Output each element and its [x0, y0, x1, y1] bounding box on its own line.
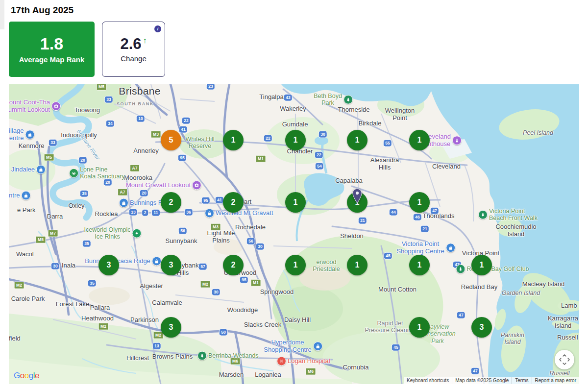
rank-marker-value: 1 [355, 261, 360, 269]
rank-marker-green-2[interactable]: 2 [223, 192, 244, 213]
terms-link[interactable]: Terms [512, 377, 531, 384]
map-label-karragarra-island: KarragarraIsland [548, 315, 578, 330]
road-shield-95: 95 [178, 154, 187, 162]
map[interactable]: BrisbaneSOUTH BANKToowongTingalpaWakerle… [9, 84, 579, 384]
google-logo-letter: g [29, 371, 33, 380]
rank-marker-green-1[interactable]: 1 [409, 130, 430, 150]
map-label-annerley: Annerley [133, 147, 158, 155]
map-label-e-park: e Park [17, 207, 36, 214]
road-shield-21: 21 [420, 225, 429, 233]
average-map-rank-value: 1.8 [40, 35, 63, 52]
road-shield-33: 33 [49, 139, 57, 146]
rank-marker-green-3[interactable]: 3 [161, 255, 181, 275]
rank-marker-green-1[interactable]: 1 [347, 130, 368, 150]
rank-marker-value: 2 [231, 198, 236, 207]
map-label-heathwood: Heathwood [81, 315, 114, 322]
rank-marker-green-1[interactable]: 1 [347, 255, 368, 275]
google-logo[interactable]: Google [14, 371, 39, 381]
map-label-village-centre: VillageCentre [9, 127, 35, 142]
road-shield-23: 23 [206, 84, 215, 90]
rank-marker-value: 5 [169, 136, 173, 145]
rank-marker-green-3[interactable]: 3 [471, 317, 492, 338]
rank-marker-value: 1 [294, 136, 298, 145]
google-logo-letter: G [14, 371, 20, 380]
map-label-berrinba-wetlands: Berrinba Wetlands [197, 351, 259, 361]
map-label-capalaba: Capalaba [335, 177, 363, 185]
shopping-bag-icon [313, 342, 322, 351]
road-shield-45: 45 [384, 252, 392, 260]
road-shield-m5: M5 [44, 154, 54, 161]
road-shield-35: 35 [80, 190, 89, 197]
rank-marker-green-1[interactable]: 1 [471, 255, 492, 275]
map-label-pannikin-island: PannikinIsland [501, 332, 524, 346]
rank-marker-green-2[interactable]: 2 [161, 192, 181, 213]
report-map-error-link[interactable]: Report a map error [532, 377, 579, 384]
rank-marker-orange-5[interactable]: 5 [161, 130, 181, 150]
road-shield-m5: M5 [36, 236, 46, 244]
paw-icon [69, 169, 78, 178]
map-label-russell: Russell [550, 370, 570, 377]
map-label-browns-plains: Browns Plains [152, 353, 193, 361]
map-label-forest-lake: Forest Lake [56, 301, 90, 308]
map-label-birkdale: Birkdale [359, 120, 382, 127]
pan-control[interactable] [555, 350, 574, 369]
rank-marker-green-1[interactable]: 1 [223, 130, 244, 150]
road-shield-2: 2 [142, 209, 148, 217]
shopping-bag-icon [36, 165, 46, 174]
map-label-thorneside: Thorneside [338, 106, 369, 114]
map-label-oxley: Oxley [68, 202, 84, 210]
road-shield-57: 57 [198, 263, 207, 270]
info-icon[interactable]: i [154, 25, 161, 32]
map-label-loganlea: Loganlea [255, 371, 281, 379]
map-label-o-jindalee: O Jindalee [9, 165, 46, 174]
rank-marker-green-1[interactable]: 1 [409, 192, 430, 213]
map-label-cleveland: Cleveland [432, 163, 461, 171]
rank-marker-value: 3 [169, 323, 173, 332]
map-label-victoria-point-beach-front-walk: Victoria PointBeach Front Walk [478, 208, 538, 222]
rank-marker-green-1[interactable]: 1 [409, 255, 430, 275]
map-label-erwood-priestdale: erwoodPriestdale [313, 259, 340, 273]
road-shield-47: 47 [457, 312, 466, 319]
rank-marker-green-3[interactable]: 3 [161, 317, 181, 338]
map-label-slacks-creek: Slacks Creek [244, 321, 282, 329]
map-label-darra: Darra [47, 213, 63, 220]
rank-marker-green-1[interactable]: 1 [285, 255, 306, 275]
tree-icon [197, 351, 207, 361]
road-shield-33: 33 [104, 96, 113, 103]
rank-marker-green-1[interactable]: 1 [409, 317, 430, 338]
road-shield-30: 30 [318, 131, 327, 138]
map-label-wacol: Wacol [16, 251, 34, 258]
road-shield-m5: M5 [97, 84, 107, 90]
rank-marker-green-1[interactable]: 1 [285, 130, 306, 150]
road-shield-m2: M2 [200, 281, 211, 288]
rank-marker-green-3[interactable]: 3 [98, 255, 119, 275]
road-shield-a7: A7 [130, 165, 140, 172]
road-shield-34: 34 [106, 120, 115, 127]
shopping-bag-icon [446, 244, 455, 253]
shopping-bag-icon [22, 191, 31, 200]
road-shield-45: 45 [392, 344, 400, 351]
map-label-sunnybank: Sunnybank [165, 238, 197, 245]
rank-marker-green-1[interactable]: 1 [347, 192, 368, 213]
road-shield-20: 20 [78, 157, 87, 164]
tree-icon [456, 265, 465, 274]
road-shield-m6: M6 [306, 368, 316, 375]
rank-marker-value: 3 [107, 261, 111, 269]
rank-marker-green-2[interactable]: 2 [223, 255, 244, 275]
road-shield-95: 95 [240, 276, 248, 284]
map-label-iceworld-olympic-ice-rinks: Iceworld OlympicIce Rinks [84, 226, 141, 241]
map-label-toowong: Toowong [74, 107, 100, 114]
road-shield-11: 11 [151, 209, 160, 217]
road-shield-44: 44 [389, 209, 398, 216]
map-label-mount-cotton: Mount Cotton [378, 286, 416, 293]
road-shield-43: 43 [284, 94, 293, 101]
rank-marker-green-1[interactable]: 1 [285, 192, 306, 213]
map-label-south-bank: SOUTH BANK [117, 101, 154, 106]
rank-marker-value: 2 [169, 198, 173, 207]
rank-marker-value: 1 [294, 198, 298, 207]
map-label-inala: Inala [62, 262, 75, 269]
keyboard-shortcuts-link[interactable]: Keyboard shortcuts [404, 377, 452, 384]
road-shield-13: 13 [152, 342, 161, 350]
rank-marker-value: 1 [417, 198, 422, 207]
map-label-garden-island: Garden Island [502, 290, 540, 296]
